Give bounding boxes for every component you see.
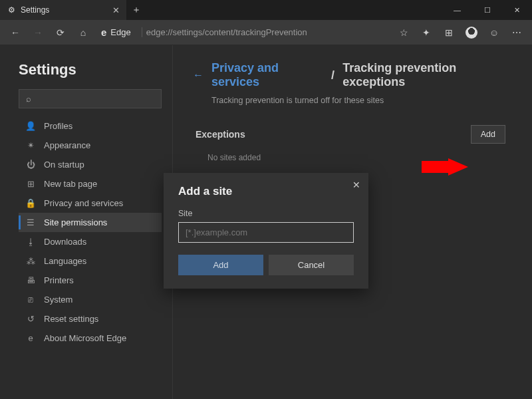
dialog-add-button[interactable]: Add <box>178 255 263 275</box>
sidebar-item-new-tab-page[interactable]: ⊞New tab page <box>19 174 162 194</box>
site-identity[interactable]: e Edge <box>96 27 136 38</box>
add-site-dialog: ✕ Add a site Site Add Cancel <box>164 173 368 289</box>
sidebar-item-about-microsoft-edge[interactable]: eAbout Microsoft Edge <box>19 329 162 348</box>
sidebar-item-label: Languages <box>44 256 86 266</box>
minimize-button[interactable]: — <box>442 0 472 20</box>
sidebar-item-label: Privacy and services <box>44 198 123 208</box>
lock-icon: 🔒 <box>25 198 36 208</box>
exceptions-row: Exceptions Add <box>196 125 505 144</box>
sidebar-item-label: System <box>44 295 72 305</box>
more-menu-icon[interactable]: ⋯ <box>507 23 527 43</box>
printer-icon: 🖶 <box>25 275 36 285</box>
gear-icon: ⚙ <box>8 5 15 15</box>
download-icon: ⭳ <box>25 237 36 247</box>
profile-avatar[interactable] <box>462 23 481 43</box>
back-button[interactable]: ← <box>5 23 25 43</box>
search-icon: ⌕ <box>26 94 31 104</box>
sidebar-item-appearance[interactable]: ✴Appearance <box>19 136 162 155</box>
refresh-button[interactable]: ⟳ <box>51 23 70 43</box>
reset-icon: ↺ <box>25 314 36 324</box>
edge-icon: e <box>25 333 36 343</box>
sidebar-title: Settings <box>19 61 162 78</box>
maximize-button[interactable]: ☐ <box>472 0 502 20</box>
sidebar-item-languages[interactable]: ⁂Languages <box>19 251 162 271</box>
tab-label: Settings <box>21 5 49 15</box>
tab-settings[interactable]: ⚙ Settings ✕ <box>0 0 126 20</box>
sidebar-item-profiles[interactable]: 👤Profiles <box>19 116 162 136</box>
settings-sidebar: Settings ⌕ 👤Profiles✴Appearance⏻On start… <box>0 45 173 399</box>
sidebar-item-label: Downloads <box>44 237 86 247</box>
sidebar-item-reset-settings[interactable]: ↺Reset settings <box>19 309 162 329</box>
titlebar: ⚙ Settings ✕ ＋ — ☐ ✕ <box>0 0 532 20</box>
feedback-icon[interactable]: ☺ <box>484 23 504 43</box>
sidebar-item-printers[interactable]: 🖶Printers <box>19 271 162 290</box>
power-icon: ⏻ <box>25 160 36 170</box>
dialog-title: Add a site <box>178 185 354 198</box>
dialog-cancel-button[interactable]: Cancel <box>269 255 354 275</box>
edge-logo-icon: e <box>101 27 106 38</box>
dialog-buttons: Add Cancel <box>178 255 354 275</box>
breadcrumb-link[interactable]: Privacy and services <box>211 61 323 89</box>
sidebar-item-label: Printers <box>44 275 74 285</box>
settings-search[interactable]: ⌕ <box>19 89 162 108</box>
language-icon: ⁂ <box>25 256 36 266</box>
new-tab-button[interactable]: ＋ <box>126 0 146 20</box>
star-outline-icon[interactable]: ☆ <box>394 23 414 43</box>
sidebar-item-privacy-and-services[interactable]: 🔒Privacy and services <box>19 194 162 213</box>
sidebar-item-downloads[interactable]: ⭳Downloads <box>19 232 162 251</box>
browser-window: ⚙ Settings ✕ ＋ — ☐ ✕ ← → ⟳ ⌂ e Edge edge… <box>0 0 532 399</box>
sidebar-item-label: Site permissions <box>44 217 107 227</box>
person-icon: 👤 <box>25 121 36 131</box>
site-identity-label: Edge <box>110 27 130 37</box>
site-input[interactable] <box>178 222 354 243</box>
system-icon: ⎚ <box>25 295 36 305</box>
palette-icon: ✴ <box>25 140 36 150</box>
shield-icon: ☰ <box>25 217 36 227</box>
breadcrumb-back-icon[interactable]: ← <box>193 69 203 81</box>
breadcrumb-current: Tracking prevention exceptions <box>342 61 512 89</box>
sidebar-item-system[interactable]: ⎚System <box>19 290 162 309</box>
sidebar-item-site-permissions[interactable]: ☰Site permissions <box>19 213 162 232</box>
sidebar-item-label: Reset settings <box>44 314 98 324</box>
avatar-icon <box>466 27 477 39</box>
address-bar: ← → ⟳ ⌂ e Edge edge://settings/content/t… <box>0 20 532 45</box>
add-exception-button[interactable]: Add <box>471 125 505 144</box>
url-text[interactable]: edge://settings/content/trackingPreventi… <box>142 27 311 37</box>
exceptions-heading: Exceptions <box>196 129 245 140</box>
close-window-button[interactable]: ✕ <box>502 0 532 20</box>
sidebar-item-label: About Microsoft Edge <box>44 333 126 343</box>
sidebar-item-label: On startup <box>44 160 84 170</box>
page-subtext: Tracking prevention is turned off for th… <box>211 96 512 105</box>
sidebar-item-on-startup[interactable]: ⏻On startup <box>19 155 162 174</box>
sidebar-item-label: Appearance <box>44 140 90 150</box>
no-sites-text: No sites added <box>207 153 512 162</box>
sidebar-item-label: Profiles <box>44 121 72 131</box>
sidebar-item-label: New tab page <box>44 179 97 189</box>
close-tab-icon[interactable]: ✕ <box>112 5 120 15</box>
favorites-icon[interactable]: ✦ <box>416 23 436 43</box>
tab-icon: ⊞ <box>25 179 36 189</box>
settings-nav: 👤Profiles✴Appearance⏻On startup⊞New tab … <box>19 116 162 348</box>
dialog-close-icon[interactable]: ✕ <box>352 180 360 190</box>
home-button[interactable]: ⌂ <box>73 23 93 43</box>
breadcrumb: ← Privacy and services / Tracking preven… <box>193 61 512 89</box>
forward-button: → <box>28 23 48 43</box>
collections-icon[interactable]: ⊞ <box>439 23 459 43</box>
search-input[interactable] <box>37 94 154 104</box>
window-controls: — ☐ ✕ <box>442 0 532 20</box>
site-field-label: Site <box>178 209 354 218</box>
breadcrumb-separator: / <box>331 68 334 82</box>
